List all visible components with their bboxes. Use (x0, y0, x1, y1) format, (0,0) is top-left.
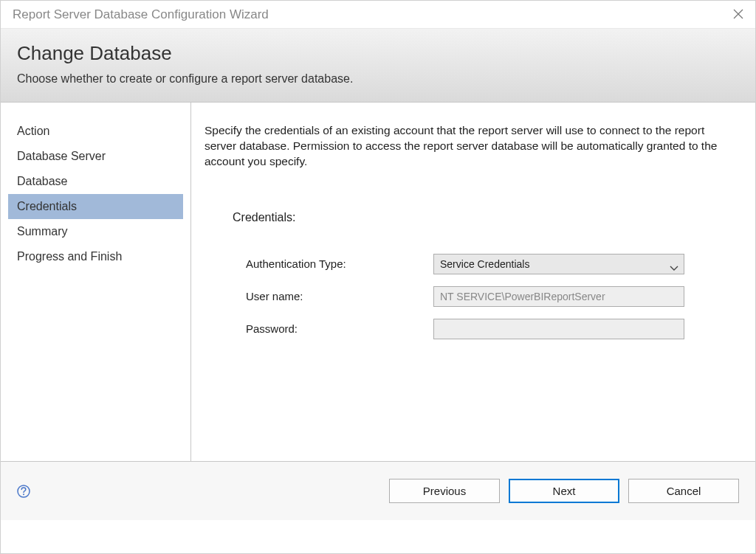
content-panel: Specify the credentials of an existing a… (191, 103, 755, 461)
sidebar-item-database[interactable]: Database (8, 169, 183, 194)
previous-button[interactable]: Previous (389, 479, 500, 503)
auth-type-select[interactable]: Service Credentials (433, 254, 684, 274)
credentials-section-label: Credentials: (233, 211, 735, 224)
sidebar-item-label: Database Server (17, 150, 106, 162)
password-label: Password: (205, 322, 433, 335)
sidebar-item-label: Progress and Finish (17, 250, 122, 263)
svg-point-3 (23, 494, 24, 495)
wizard-steps-sidebar: Action Database Server Database Credenti… (1, 103, 191, 461)
footer: Previous Next Cancel (1, 461, 755, 520)
titlebar: Report Server Database Configuration Wiz… (1, 1, 755, 29)
sidebar-item-label: Database (17, 175, 68, 187)
username-row: User name: (205, 286, 735, 307)
window-title: Report Server Database Configuration Wiz… (13, 7, 269, 22)
sidebar-item-label: Action (17, 125, 49, 137)
auth-type-row: Authentication Type: Service Credentials (205, 254, 735, 274)
content-description: Specify the credentials of an existing a… (205, 123, 735, 170)
help-icon[interactable] (17, 485, 30, 498)
sidebar-item-credentials[interactable]: Credentials (8, 194, 183, 219)
password-row: Password: (205, 319, 735, 339)
username-field[interactable] (433, 286, 684, 307)
password-field[interactable] (433, 319, 684, 339)
close-icon[interactable] (733, 6, 743, 23)
sidebar-item-label: Credentials (17, 200, 77, 212)
page-subtitle: Choose whether to create or configure a … (17, 72, 739, 86)
username-label: User name: (205, 290, 433, 302)
button-group: Previous Next Cancel (389, 479, 739, 503)
header-band: Change Database Choose whether to create… (1, 29, 755, 103)
sidebar-item-progress-finish[interactable]: Progress and Finish (8, 244, 183, 269)
sidebar-item-label: Summary (17, 225, 67, 238)
next-button[interactable]: Next (509, 479, 619, 503)
cancel-button[interactable]: Cancel (628, 479, 739, 503)
auth-type-label: Authentication Type: (205, 257, 433, 270)
sidebar-item-action[interactable]: Action (8, 119, 183, 144)
sidebar-item-database-server[interactable]: Database Server (8, 144, 183, 169)
page-title: Change Database (17, 42, 739, 65)
sidebar-item-summary[interactable]: Summary (8, 219, 183, 244)
main-area: Action Database Server Database Credenti… (1, 103, 755, 461)
